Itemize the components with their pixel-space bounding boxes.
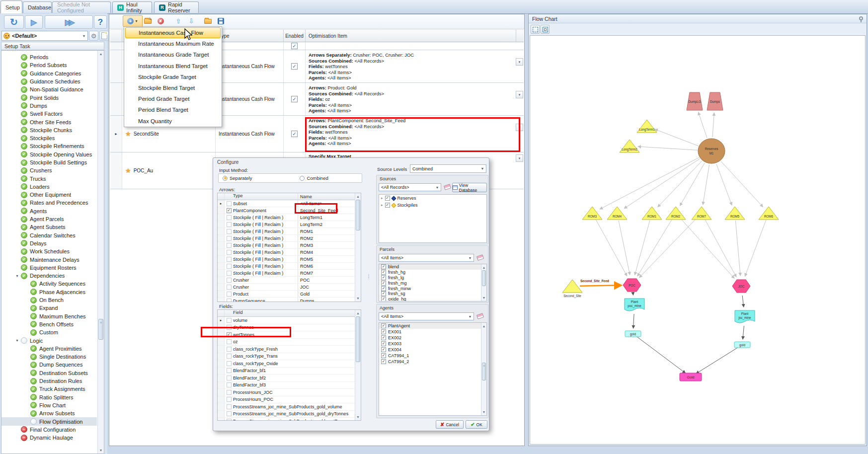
tree-item-maximum-benches[interactable]: ✓Maximum Benches bbox=[1, 312, 97, 320]
tree-item-bench-offsets[interactable]: ✓Bench Offsets bbox=[1, 320, 97, 328]
menu-item-period-grade-target[interactable]: Period Grade Target bbox=[124, 93, 222, 104]
tree-item-activity-sequences[interactable]: ✓Activity Sequences bbox=[1, 280, 97, 288]
tree-item-agent-subsets[interactable]: ✓Agent Subsets bbox=[1, 223, 97, 231]
fields-scrollbar[interactable]: ▲ ▼ bbox=[355, 310, 361, 420]
arrow-row-longterm1[interactable]: Stockpile ( Fill | Reclaim )LongTerm1 bbox=[218, 214, 361, 221]
move-up-button[interactable]: ⇧ bbox=[172, 15, 184, 27]
arrow-checkbox[interactable] bbox=[227, 264, 232, 269]
arrows-col-name[interactable]: Name bbox=[298, 193, 355, 200]
tree-item-custom[interactable]: ✓Custom bbox=[1, 328, 97, 336]
tree-item-periods[interactable]: ✓Periods bbox=[1, 53, 97, 61]
field-checkbox[interactable] bbox=[227, 397, 232, 402]
save-button[interactable] bbox=[214, 15, 227, 27]
field-checkbox[interactable] bbox=[227, 347, 232, 352]
expander-icon[interactable]: ▸ bbox=[381, 196, 383, 200]
arrow-checkbox[interactable] bbox=[227, 243, 232, 248]
field-row-processstreams-joc-mine-subproducts-gold-volume[interactable]: ProcessStreams_joc_mine_SubProducts_gold… bbox=[218, 403, 361, 411]
menu-item-period-blend-target[interactable]: Period Blend Target bbox=[124, 104, 222, 115]
source-levels-combo[interactable]: Combined ▼ bbox=[410, 164, 486, 173]
fit-to-window-button[interactable] bbox=[541, 25, 550, 34]
arrow-row-joc[interactable]: CrusherJOC bbox=[218, 284, 361, 291]
field-checkbox[interactable] bbox=[227, 368, 232, 373]
menu-item-max-quantity[interactable]: Max Quantity bbox=[124, 116, 222, 127]
column-header-optimisation-item[interactable]: Optimisation Item bbox=[306, 29, 516, 42]
field-checkbox[interactable] bbox=[227, 411, 232, 416]
field-checkbox[interactable] bbox=[227, 354, 232, 359]
arrow-row-rom6[interactable]: Stockpile ( Fill | Reclaim )ROM6 bbox=[218, 263, 361, 270]
source-item-reserves[interactable]: ▸✓Reserves bbox=[379, 195, 486, 202]
arrow-checkbox[interactable] bbox=[227, 278, 232, 283]
profile-notes-button[interactable] bbox=[99, 31, 109, 41]
arrow-row-second-site-feed[interactable]: ✓PlantComponentSecond_Site_Feed bbox=[218, 207, 361, 214]
menu-item-instantaneous-blend-target[interactable]: Instantaneous Blend Target bbox=[124, 61, 222, 72]
enabled-checkbox[interactable]: ✓ bbox=[291, 43, 298, 49]
eraser-icon[interactable] bbox=[444, 184, 451, 190]
tree-item-phase-adjacencies[interactable]: ✓Phase Adjacencies bbox=[1, 288, 97, 296]
radio-combined[interactable]: Combined bbox=[300, 175, 328, 181]
tree-item-rates-and-precedences[interactable]: ✓Rates and Precedences bbox=[1, 199, 97, 207]
scroll-down-icon[interactable]: ▼ bbox=[98, 447, 104, 454]
expander-icon[interactable]: ▾ bbox=[13, 274, 21, 278]
field-row-processstreams-joc-mine-subproducts-gold-wettonnes[interactable]: ProcessStreams_joc_mine_SubProducts_gold… bbox=[218, 418, 361, 421]
tree-item-other-site-feeds[interactable]: ✓Other Site Feeds bbox=[1, 118, 97, 126]
tree-item-dependencies[interactable]: ▾✓Dependencies bbox=[1, 272, 97, 280]
tree-item-crushers[interactable]: ✓Crushers bbox=[1, 166, 97, 174]
tree-item-destination-rules[interactable]: ✓Destination Rules bbox=[1, 377, 97, 385]
tree-item-other-equipment[interactable]: ✓Other Equipment bbox=[1, 191, 97, 199]
arrow-row-longterm2[interactable]: Stockpile ( Fill | Reclaim )LongTerm2 bbox=[218, 221, 361, 228]
enabled-checkbox[interactable]: ✓ bbox=[291, 96, 298, 102]
field-checkbox[interactable] bbox=[227, 376, 232, 380]
field-checkbox[interactable] bbox=[227, 361, 232, 366]
node-reserves[interactable] bbox=[698, 139, 725, 163]
run-all-button[interactable]: ▶▶ bbox=[45, 15, 93, 29]
agent-checkbox[interactable]: ✓ bbox=[381, 341, 386, 346]
ok-button[interactable]: ✔ OK bbox=[466, 420, 487, 429]
enabled-checkbox[interactable]: ✓ bbox=[291, 131, 298, 137]
sources-filter-combo[interactable]: <All Records> ▼ bbox=[379, 183, 441, 191]
field-checkbox[interactable] bbox=[227, 404, 232, 409]
field-checkbox[interactable] bbox=[227, 339, 232, 344]
field-row-volume[interactable]: ▸volume bbox=[218, 317, 361, 324]
tree-item-expand[interactable]: ✓Expand bbox=[1, 304, 97, 312]
parcels-filter-combo[interactable]: <All Items> ▼ bbox=[379, 254, 474, 262]
agent-item-ex004[interactable]: ✓EX004 bbox=[379, 347, 486, 353]
tab-database[interactable]: Database bbox=[23, 1, 52, 13]
arrow-checkbox[interactable] bbox=[227, 292, 232, 297]
tree-item-maintenance-delays[interactable]: ✓Maintenance Delays bbox=[1, 255, 97, 263]
field-checkbox[interactable] bbox=[227, 382, 232, 387]
arrow-row-rom7[interactable]: Stockpile ( Fill | Reclaim )ROM7 bbox=[218, 270, 361, 277]
agent-checkbox[interactable]: ✓ bbox=[381, 353, 386, 358]
column-header-enabled[interactable]: Enabled bbox=[284, 29, 306, 42]
refresh-button[interactable]: ↻ bbox=[4, 15, 24, 29]
tree-item-flow-chart[interactable]: ✓Flow Chart bbox=[1, 401, 97, 409]
tree-item-guidance-categories[interactable]: ✓Guidance Categories bbox=[1, 70, 97, 77]
tree-item-delays[interactable]: ✓Delays bbox=[1, 239, 97, 247]
agent-checkbox[interactable]: ✓ bbox=[381, 335, 386, 340]
parcels-scrollbar[interactable]: ▲ ▼ bbox=[481, 264, 486, 301]
parcel-checkbox[interactable]: ✓ bbox=[381, 275, 386, 280]
arrows-scrollbar[interactable]: ▲ ▼ bbox=[355, 193, 361, 302]
parcel-checkbox[interactable]: ✓ bbox=[381, 270, 386, 275]
agents-scrollbar[interactable]: ▲≡ ▼ bbox=[481, 323, 486, 415]
arrow-checkbox[interactable] bbox=[227, 201, 232, 206]
tree-item-guidance-schedules[interactable]: ✓Guidance Schedules bbox=[1, 77, 97, 85]
eraser-icon[interactable] bbox=[476, 254, 484, 261]
enabled-checkbox[interactable]: ✓ bbox=[291, 63, 298, 70]
arrow-row-rom1[interactable]: Stockpile ( Fill | Reclaim )ROM1 bbox=[218, 228, 361, 235]
tree-item-truck-assignments[interactable]: ✓Truck Assignments bbox=[1, 385, 97, 393]
agent-checkbox[interactable]: ✓ bbox=[381, 329, 386, 334]
tree-item-dynamic-haulage[interactable]: −Dynamic Haulage bbox=[1, 434, 97, 442]
field-row-blendfactor-bf2[interactable]: BlendFactor_bf2 bbox=[218, 375, 361, 382]
parcel-item-fresh-lg[interactable]: ✓fresh_lg bbox=[379, 275, 486, 281]
agent-item-cat994-2[interactable]: ✓CAT994_2 bbox=[379, 359, 486, 365]
field-row-blendfactor-bf1[interactable]: BlendFactor_bf1 bbox=[218, 368, 361, 375]
parcel-item-fresh-sg[interactable]: ✓fresh_sg bbox=[379, 291, 486, 297]
tree-item-final-configuration[interactable]: −Final Configuration bbox=[1, 426, 97, 434]
source-checkbox[interactable]: ✓ bbox=[385, 203, 390, 208]
tree-item-agent-proximities[interactable]: ✓Agent Proximities bbox=[1, 345, 97, 353]
parcel-checkbox[interactable]: ✓ bbox=[381, 281, 386, 286]
expander-icon[interactable]: ▾ bbox=[13, 338, 21, 343]
row-dropdown-button[interactable]: ▼ bbox=[516, 91, 523, 98]
arrow-checkbox[interactable] bbox=[227, 250, 232, 255]
flow-chart-canvas[interactable]: Second_Site_FeedDumpLGDumpsLongTerm1Long… bbox=[530, 35, 866, 445]
